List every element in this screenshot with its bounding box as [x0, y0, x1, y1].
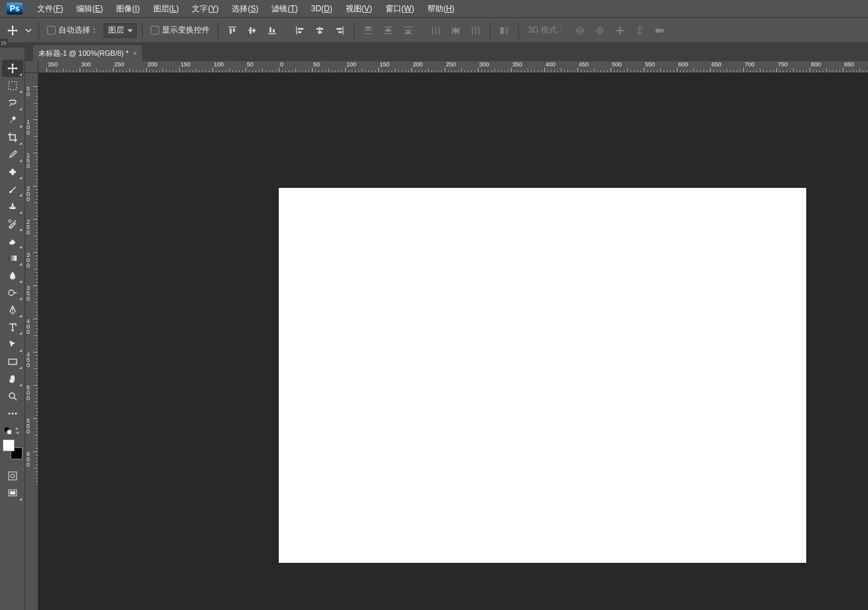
svg-point-54	[8, 413, 10, 415]
screen-mode-icon[interactable]	[2, 485, 23, 502]
expand-panels-icon[interactable]	[0, 38, 8, 48]
menu-t[interactable]: 滤镜(T)	[265, 0, 304, 18]
divider	[218, 22, 218, 39]
divider	[518, 22, 519, 39]
3d-mode-label: 3D 模式：	[524, 25, 569, 36]
svg-rect-11	[298, 31, 301, 33]
menu-l[interactable]: 图层(L)	[147, 0, 186, 18]
move-tool[interactable]	[2, 60, 23, 77]
svg-rect-20	[364, 33, 372, 34]
menu-f[interactable]: 文件(F)	[31, 0, 70, 18]
menu-i[interactable]: 图像(I)	[109, 0, 146, 18]
canvas-viewport[interactable]	[38, 73, 868, 610]
menu-d[interactable]: 3D(D)	[305, 0, 339, 18]
svg-rect-17	[338, 31, 342, 33]
svg-rect-12	[319, 27, 321, 35]
svg-rect-21	[366, 27, 370, 29]
svg-point-42	[577, 27, 583, 34]
svg-rect-24	[384, 33, 392, 34]
svg-rect-4	[250, 27, 252, 34]
svg-rect-16	[336, 28, 342, 30]
svg-rect-37	[472, 27, 472, 35]
move-tool-indicator-icon[interactable]	[4, 22, 21, 39]
svg-rect-52	[9, 359, 17, 364]
distribute-right-icon	[467, 22, 484, 39]
distribute-top-icon	[360, 22, 377, 39]
hand-tool[interactable]	[2, 370, 23, 388]
divider	[354, 22, 354, 39]
quick-mask-icon[interactable]	[2, 467, 23, 485]
svg-rect-14	[318, 31, 322, 33]
blur-tool[interactable]	[2, 267, 23, 284]
ruler-origin[interactable]	[25, 61, 38, 73]
svg-rect-31	[435, 27, 436, 35]
default-colors-icon[interactable]	[5, 427, 11, 437]
svg-rect-10	[298, 28, 303, 30]
app-logo: Ps	[7, 3, 23, 15]
svg-rect-48	[11, 169, 14, 175]
menu-h[interactable]: 帮助(H)	[421, 0, 461, 18]
show-transform-checkbox[interactable]: 显示变换控件	[148, 25, 212, 36]
menu-w[interactable]: 窗口(W)	[379, 0, 421, 18]
align-top-icon[interactable]	[224, 22, 241, 39]
vertical-ruler[interactable]: 50100150200250300350400450500550600	[25, 73, 38, 610]
menu-s[interactable]: 选择(S)	[225, 0, 265, 18]
eyedropper-tool[interactable]	[2, 146, 23, 163]
history-brush-tool[interactable]	[2, 215, 23, 232]
align-hcenter-icon[interactable]	[311, 22, 328, 39]
divider	[142, 22, 143, 39]
svg-rect-19	[364, 30, 372, 31]
svg-point-56	[15, 413, 17, 415]
magic-wand-tool[interactable]	[2, 112, 23, 129]
document-canvas[interactable]	[279, 188, 806, 563]
auto-select-checkbox[interactable]: 自动选择：	[44, 25, 101, 36]
checkbox-icon	[47, 26, 56, 35]
auto-select-target-dropdown[interactable]: 图层	[104, 23, 137, 38]
menu-bar: Ps 文件(F)编辑(E)图像(I)图层(L)文字(Y)选择(S)滤镜(T)3D…	[0, 0, 868, 18]
zoom-tool[interactable]	[2, 388, 23, 405]
foreground-color[interactable]	[3, 439, 15, 451]
type-tool[interactable]	[2, 319, 23, 336]
svg-rect-25	[386, 29, 390, 32]
brush-tool[interactable]	[2, 181, 23, 198]
divider	[490, 22, 490, 39]
svg-rect-40	[500, 27, 504, 34]
svg-rect-38	[475, 27, 476, 35]
close-tab-icon[interactable]: ×	[133, 49, 137, 57]
lasso-tool[interactable]	[2, 94, 23, 112]
rectangle-tool[interactable]	[2, 353, 23, 370]
align-bottom-icon[interactable]	[263, 22, 281, 39]
align-vcenter-icon[interactable]	[244, 22, 261, 39]
color-swatches[interactable]	[3, 439, 23, 459]
edit-toolbar-icon[interactable]	[2, 405, 23, 422]
svg-rect-6	[268, 33, 276, 35]
eraser-tool[interactable]	[2, 232, 23, 250]
document-tab[interactable]: 未标题-1 @ 100%(RGB/8) * ×	[33, 45, 142, 61]
pen-tool[interactable]	[2, 301, 23, 319]
work-area: 3503002502001501005005010015020025030035…	[25, 61, 868, 610]
swap-colors-icon[interactable]	[14, 427, 21, 437]
3d-camera-icon	[651, 22, 668, 39]
menu-e[interactable]: 编辑(E)	[70, 0, 109, 18]
path-selection-tool[interactable]	[2, 336, 23, 353]
tool-preset-dropdown-icon[interactable]	[24, 22, 33, 39]
svg-rect-2	[233, 29, 235, 32]
healing-brush-tool[interactable]	[2, 163, 23, 181]
marquee-tool[interactable]	[2, 77, 23, 94]
svg-rect-29	[406, 31, 410, 33]
align-left-icon[interactable]	[291, 22, 309, 39]
svg-point-55	[11, 413, 13, 415]
gradient-tool[interactable]	[2, 250, 23, 267]
distribute-bottom-icon	[399, 22, 417, 39]
crop-tool[interactable]	[2, 129, 23, 146]
svg-point-53	[9, 393, 15, 398]
svg-rect-46	[9, 82, 17, 90]
clone-stamp-tool[interactable]	[2, 198, 23, 215]
align-right-icon[interactable]	[331, 22, 348, 39]
dodge-tool[interactable]	[2, 284, 23, 301]
menu-v[interactable]: 视图(V)	[339, 0, 379, 18]
svg-rect-45	[656, 29, 661, 33]
svg-rect-22	[384, 27, 392, 27]
menu-y[interactable]: 文字(Y)	[185, 0, 225, 18]
horizontal-ruler[interactable]: 3503002502001501005005010015020025030035…	[38, 61, 868, 73]
